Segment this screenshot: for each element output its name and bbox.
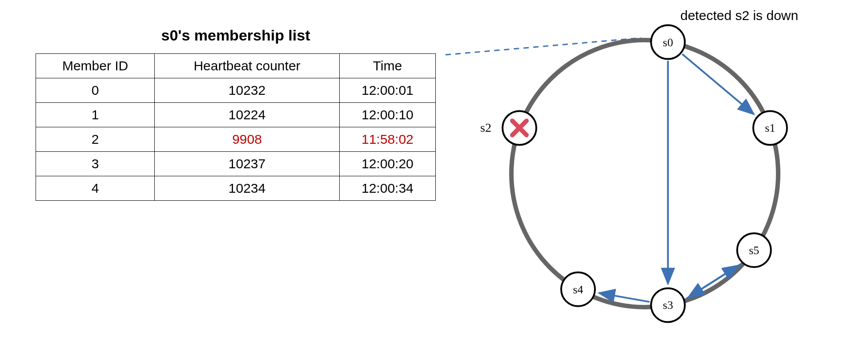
cell-time: 12:00:01	[339, 78, 435, 103]
cell-member: 0	[36, 78, 155, 103]
ring-circle	[511, 40, 778, 307]
node-label-s0: s0	[663, 36, 673, 49]
cell-member: 2	[36, 127, 155, 152]
col-header-time: Time	[339, 54, 435, 78]
table-row: 41023412:00:34	[36, 176, 436, 201]
cell-time: 12:00:34	[339, 176, 435, 201]
table-row: 31023712:00:20	[36, 152, 436, 176]
diagram-container: s0's membership list Member ID Heartbeat…	[0, 0, 868, 345]
node-s0: s0	[651, 25, 685, 59]
node-label-s3: s3	[663, 299, 673, 312]
node-s3: s3	[651, 288, 685, 322]
membership-table: Member ID Heartbeat counter Time 0102321…	[36, 53, 436, 201]
gossip-edges	[599, 54, 754, 302]
node-label-s1: s1	[765, 122, 775, 134]
cell-member: 1	[36, 103, 155, 127]
node-label-s4: s4	[573, 283, 583, 296]
ring-diagram: s0s1s5s3s4	[445, 0, 845, 345]
table-row: 01023212:00:01	[36, 78, 436, 103]
cell-time: 12:00:20	[339, 152, 435, 176]
table-title: s0's membership list	[36, 27, 436, 44]
cell-heartbeat: 10234	[155, 176, 340, 201]
table-row: 2990811:58:02	[36, 127, 436, 152]
cell-member: 4	[36, 176, 155, 201]
cell-heartbeat: 10237	[155, 152, 340, 176]
node-label-s2: s2	[480, 121, 491, 135]
table-row: 11022412:00:10	[36, 103, 436, 127]
dashed-connector	[445, 38, 641, 56]
cell-time: 11:58:02	[339, 127, 435, 152]
cell-member: 3	[36, 152, 155, 176]
nodes: s0s1s5s3s4	[502, 25, 787, 322]
cell-heartbeat: 10232	[155, 78, 340, 103]
cell-heartbeat: 10224	[155, 103, 340, 127]
table-header-row: Member ID Heartbeat counter Time	[36, 54, 436, 78]
node-s5: s5	[737, 233, 771, 267]
col-header-member: Member ID	[36, 54, 155, 78]
cell-heartbeat: 9908	[155, 127, 340, 152]
col-header-heartbeat: Heartbeat counter	[155, 54, 340, 78]
node-label-s5: s5	[749, 244, 759, 257]
node-s2	[502, 111, 536, 145]
node-s1: s1	[753, 111, 787, 145]
node-s4: s4	[561, 272, 595, 306]
cell-time: 12:00:10	[339, 103, 435, 127]
edge-s5-s3	[688, 264, 741, 297]
